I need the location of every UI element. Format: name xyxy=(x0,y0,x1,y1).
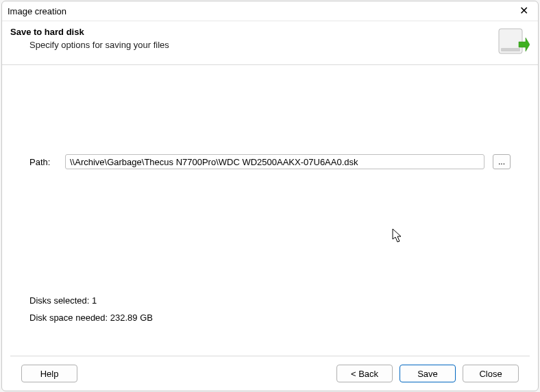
wizard-footer: Help < Back Save Close xyxy=(10,356,530,391)
wizard-header: Save to hard disk Specify options for sa… xyxy=(2,21,538,65)
wizard-content: Path: ... Disks selected: 1 Disk space n… xyxy=(2,65,538,356)
space-needed-label: Disk space needed: xyxy=(29,313,108,323)
close-button[interactable]: Close xyxy=(463,365,519,382)
window-title: Image creation xyxy=(8,6,66,16)
save-button[interactable]: Save xyxy=(400,365,456,382)
path-input[interactable] xyxy=(65,154,484,169)
space-needed-value: 232.89 GB xyxy=(110,313,153,323)
path-label: Path: xyxy=(29,157,57,167)
help-button[interactable]: Help xyxy=(21,365,77,382)
status-block: Disks selected: 1 Disk space needed: 232… xyxy=(29,293,511,326)
close-icon[interactable]: ✕ xyxy=(515,4,532,18)
path-row: Path: ... xyxy=(29,154,511,169)
svg-rect-1 xyxy=(501,48,520,51)
space-needed-line: Disk space needed: 232.89 GB xyxy=(29,310,511,327)
disks-selected-label: Disks selected: xyxy=(29,295,89,306)
back-button[interactable]: < Back xyxy=(336,365,393,382)
titlebar: Image creation ✕ xyxy=(2,1,538,21)
browse-button[interactable]: ... xyxy=(493,154,511,169)
page-title: Save to hard disk xyxy=(10,27,169,37)
image-creation-dialog: Image creation ✕ Save to hard disk Speci… xyxy=(1,1,539,391)
disks-selected-line: Disks selected: 1 xyxy=(29,293,511,310)
hard-disk-save-icon xyxy=(495,27,530,58)
page-subtitle: Specify options for saving your files xyxy=(29,40,169,50)
disks-selected-value: 1 xyxy=(92,295,97,306)
